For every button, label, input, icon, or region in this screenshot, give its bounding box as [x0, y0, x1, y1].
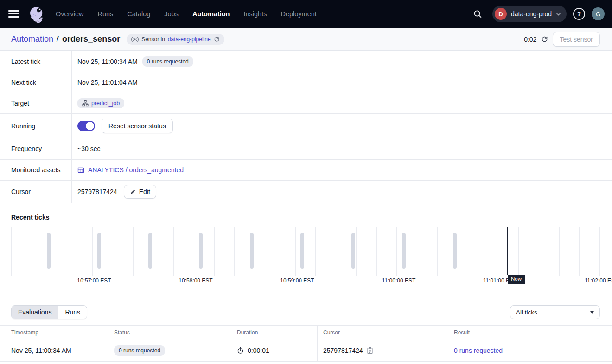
timeline-time-label: 10:57:00 EST	[77, 277, 111, 284]
search-icon[interactable]	[469, 6, 486, 22]
code-location-link[interactable]: data-eng-pipeline	[168, 36, 211, 43]
timeline-axis-line	[0, 273, 612, 273]
tick-filter-value: All ticks	[516, 309, 537, 316]
nav-item-runs[interactable]: Runs	[97, 10, 113, 18]
nav-item-catalog[interactable]: Catalog	[127, 10, 150, 18]
column-header-result: Result	[448, 326, 612, 339]
nav-item-deployment[interactable]: Deployment	[280, 10, 316, 18]
duration-value: 0:00:01	[248, 347, 269, 354]
column-header-duration: Duration	[231, 326, 317, 339]
timeline-time-label: 10:59:00 EST	[280, 277, 314, 284]
tick-bar[interactable]	[47, 233, 51, 269]
now-badge: Now	[508, 275, 525, 284]
user-avatar[interactable]: G	[592, 7, 605, 20]
pencil-icon	[130, 189, 136, 195]
recent-ticks-heading: Recent ticks	[0, 203, 612, 227]
status-badge: 0 runs requested	[114, 345, 165, 356]
breadcrumb-automation[interactable]: Automation	[11, 34, 53, 44]
table-row: Nov 25, 11:00:34 AM0 runs requested0:00:…	[0, 339, 612, 362]
cursor-cell-value: 25797817424	[323, 347, 363, 354]
primary-nav: OverviewRunsCatalogJobsAutomationInsight…	[56, 10, 317, 18]
caret-down-icon	[590, 311, 594, 314]
reload-icon[interactable]	[214, 36, 220, 42]
hamburger-menu-icon[interactable]	[8, 10, 19, 18]
timeline-top-border	[0, 227, 612, 227]
cell-timestamp[interactable]: Nov 25, 11:00:34 AM	[0, 339, 108, 361]
evaluations-section: EvaluationsRuns All ticks TimestampStatu…	[0, 299, 612, 362]
copy-icon[interactable]	[367, 347, 373, 354]
reset-sensor-status-button[interactable]: Reset sensor status	[102, 119, 173, 133]
target-job-pill[interactable]: predict_job	[77, 98, 124, 108]
row-label: Cursor	[0, 181, 72, 203]
tick-bar[interactable]	[300, 233, 304, 269]
target-job-link[interactable]: predict_job	[91, 100, 120, 107]
column-header-status: Status	[108, 326, 231, 339]
timeline-time-label: 10:58:00 EST	[178, 277, 212, 284]
evaluations-toolbar: EvaluationsRuns All ticks	[0, 299, 612, 325]
latest-tick-status-badge: 0 runs requested	[142, 56, 193, 67]
tick-bar[interactable]	[402, 233, 406, 269]
deployment-switcher[interactable]: D data-eng-prod	[492, 6, 567, 22]
row-latest-tick: Latest tick Nov 25, 11:00:34 AM 0 runs r…	[0, 51, 612, 72]
chevron-down-icon	[556, 13, 561, 16]
tick-bar[interactable]	[148, 233, 152, 269]
now-marker-line	[507, 227, 508, 275]
row-target: Target predict_job	[0, 93, 612, 114]
page-header: Automation / orders_sensor Sensor in dat…	[0, 28, 612, 51]
latest-tick-timestamp: Nov 25, 11:00:34 AM	[77, 58, 138, 65]
tick-filter-select[interactable]: All ticks	[510, 305, 600, 319]
monitored-asset-label: ANALYTICS / orders_augmented	[88, 166, 184, 174]
result-link[interactable]: 0 runs requested	[454, 347, 503, 354]
row-label: Running	[0, 114, 72, 138]
evaluations-table: TimestampStatusDurationCursorResult Nov …	[0, 325, 612, 362]
deployment-name: data-eng-prod	[511, 10, 552, 18]
tick-bar[interactable]	[453, 233, 457, 269]
nav-item-jobs[interactable]: Jobs	[164, 10, 178, 18]
tick-bar[interactable]	[97, 233, 101, 269]
refresh-icon[interactable]	[541, 36, 548, 43]
test-sensor-button[interactable]: Test sensor	[553, 32, 600, 47]
recent-ticks-timeline[interactable]: 10:57:00 EST10:58:00 EST10:59:00 EST11:0…	[0, 227, 612, 285]
page-title: orders_sensor	[62, 34, 120, 44]
row-label: Frequency	[0, 138, 72, 159]
tick-bar[interactable]	[250, 233, 254, 269]
monitored-asset-link[interactable]: ANALYTICS / orders_augmented	[77, 166, 184, 174]
row-frequency: Frequency ~30 sec	[0, 138, 612, 160]
timeline-gridlines	[0, 227, 612, 276]
tick-bar[interactable]	[199, 233, 203, 269]
next-tick-timestamp: Nov 25, 11:01:04 AM	[77, 79, 138, 86]
row-monitored-assets: Monitored assets ANALYTICS / orders_augm…	[0, 160, 612, 181]
row-cursor: Cursor 25797817424 Edit	[0, 181, 612, 203]
row-label: Monitored assets	[0, 160, 72, 180]
stopwatch-icon	[237, 347, 244, 354]
cell-status: 0 runs requested	[108, 339, 231, 361]
running-toggle[interactable]	[77, 121, 95, 131]
sensor-details: Latest tick Nov 25, 11:00:34 AM 0 runs r…	[0, 51, 612, 203]
row-label: Target	[0, 93, 72, 113]
nav-item-overview[interactable]: Overview	[56, 10, 83, 18]
help-icon[interactable]: ?	[573, 8, 585, 20]
row-next-tick: Next tick Nov 25, 11:01:04 AM	[0, 72, 612, 93]
job-graph-icon	[82, 100, 89, 107]
table-header: TimestampStatusDurationCursorResult	[0, 325, 612, 339]
tab-runs[interactable]: Runs	[58, 306, 87, 319]
row-label: Next tick	[0, 72, 72, 93]
cell-result: 0 runs requested	[448, 339, 612, 361]
tick-bar[interactable]	[351, 233, 355, 269]
evaluations-runs-tabs: EvaluationsRuns	[11, 305, 87, 319]
edit-cursor-button[interactable]: Edit	[124, 185, 156, 199]
tab-evaluations[interactable]: Evaluations	[12, 306, 58, 319]
dagster-logo-icon[interactable]	[26, 3, 47, 25]
row-label: Latest tick	[0, 51, 72, 72]
frequency-value: ~30 sec	[77, 145, 100, 152]
cell-cursor: 25797817424	[317, 339, 448, 361]
timeline-time-label: 11:00:00 EST	[382, 277, 416, 284]
cell-duration: 0:00:01	[231, 339, 317, 361]
sensor-location-badge: Sensor in data-eng-pipeline	[127, 34, 224, 45]
row-running: Running Reset sensor status	[0, 114, 612, 138]
asset-table-icon	[77, 167, 84, 174]
edit-button-label: Edit	[139, 188, 150, 195]
nav-item-automation[interactable]: Automation	[192, 10, 230, 18]
deployment-badge: D	[495, 8, 507, 20]
nav-item-insights[interactable]: Insights	[243, 10, 267, 18]
